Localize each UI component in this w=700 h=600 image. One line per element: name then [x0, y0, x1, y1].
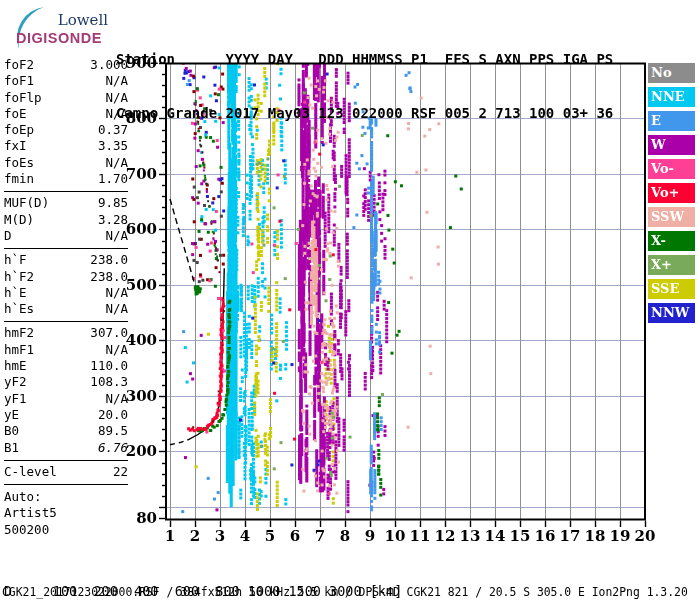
param-value: 238.0 — [90, 269, 128, 285]
legend-item-no-val: No Val — [648, 63, 695, 83]
param-divider — [4, 321, 128, 322]
digisonde-logo: Lowell DIGISONDE — [4, 5, 112, 51]
param-row-B1: B16.76 — [4, 440, 128, 456]
param-row-yE: yE20.0 — [4, 407, 128, 423]
param-value: 9.85 — [98, 195, 128, 211]
param-value: N/A — [105, 90, 128, 106]
autoscaling-info: Auto:Artist5500200 — [4, 489, 128, 538]
station-header: Station YYYY DAY DDD HHMMSS P1 FFS S AXN… — [116, 14, 613, 140]
param-row-fmin: fmin1.70 — [4, 171, 128, 187]
param-label: C-level — [4, 464, 57, 480]
param-value: N/A — [105, 73, 128, 89]
param-label: fmin — [4, 171, 34, 187]
param-value: 20.0 — [98, 407, 128, 423]
legend-item-nnw: NNW — [648, 303, 695, 323]
param-label: h`F — [4, 252, 27, 268]
param-label: yF2 — [4, 374, 27, 390]
param-row-yF1: yF1N/A — [4, 391, 128, 407]
param-label: foFlp — [4, 90, 42, 106]
param-value: 307.0 — [90, 325, 128, 341]
ionogram-page: { "logo": { "lowell": "Lowell", "digison… — [0, 0, 700, 600]
legend-item-x-minus: X- — [648, 231, 695, 251]
param-value: N/A — [105, 391, 128, 407]
autoscaling-line: Artist5 — [4, 505, 128, 521]
param-row-foF1: foF1N/A — [4, 73, 128, 89]
param-label: hmF2 — [4, 325, 34, 341]
param-value: N/A — [105, 155, 128, 171]
legend-item-nne: NNE — [648, 87, 695, 107]
param-label: hmF1 — [4, 342, 34, 358]
param-row-hF: h`F238.0 — [4, 252, 128, 268]
legend-item-sse: SSE — [648, 279, 695, 299]
param-label: yE — [4, 407, 19, 423]
param-row-hE: h`EN/A — [4, 285, 128, 301]
param-label: foE — [4, 106, 27, 122]
param-label: foEp — [4, 122, 34, 138]
param-value: N/A — [105, 342, 128, 358]
param-label: B0 — [4, 423, 19, 439]
param-divider — [4, 460, 128, 461]
param-row-MD: M(D)3.28 — [4, 212, 128, 228]
logo-digisonde-text: DIGISONDE — [16, 30, 102, 46]
param-row-B0: B089.5 — [4, 423, 128, 439]
param-label: h`E — [4, 285, 27, 301]
param-value: 89.5 — [98, 423, 128, 439]
param-value: N/A — [105, 106, 128, 122]
param-value: N/A — [105, 228, 128, 244]
param-row-foFlp: foFlpN/A — [4, 90, 128, 106]
autoscaling-line: 500200 — [4, 522, 128, 538]
param-row-fxI: fxI3.35 — [4, 138, 128, 154]
param-label: M(D) — [4, 212, 34, 228]
footer-info: CGK21_2017123022000.RSF / 384fx512h 50 k… — [2, 585, 688, 599]
param-row-Clevel: C-level22 — [4, 464, 128, 480]
param-value: N/A — [105, 285, 128, 301]
parameter-panel: foF23.000foF1N/AfoFlpN/AfoEN/AfoEp0.37fx… — [4, 57, 128, 538]
param-value: 22 — [113, 464, 128, 480]
param-divider — [4, 191, 128, 192]
param-value: 6.76 — [98, 440, 128, 456]
legend-item-vo-plus: Vo+ — [648, 183, 695, 203]
param-label: fxI — [4, 138, 27, 154]
param-value: 110.0 — [90, 358, 128, 374]
param-label: MUF(D) — [4, 195, 49, 211]
param-label: h`Es — [4, 301, 34, 317]
param-label: D — [4, 228, 12, 244]
param-value: 3.28 — [98, 212, 128, 228]
param-row-hmE: hmE110.0 — [4, 358, 128, 374]
param-divider — [4, 248, 128, 249]
param-value: 1.70 — [98, 171, 128, 187]
header-row-values: Campo Grande 2017 May03 123 022000 RSF 0… — [116, 104, 613, 122]
param-row-hEs: h`EsN/A — [4, 301, 128, 317]
param-row-yF2: yF2108.3 — [4, 374, 128, 390]
param-row-D: DN/A — [4, 228, 128, 244]
param-row-MUFD: MUF(D)9.85 — [4, 195, 128, 211]
param-divider — [4, 484, 128, 485]
param-row-foF2: foF23.000 — [4, 57, 128, 73]
param-row-foEp: foEp0.37 — [4, 122, 128, 138]
param-value: 3.000 — [90, 57, 128, 73]
param-row-foEs: foEsN/A — [4, 155, 128, 171]
autoscaling-line: Auto: — [4, 489, 128, 505]
param-value: 3.35 — [98, 138, 128, 154]
param-value: 0.37 — [98, 122, 128, 138]
param-value: N/A — [105, 301, 128, 317]
param-row-foE: foEN/A — [4, 106, 128, 122]
legend-item-e: E — [648, 111, 695, 131]
param-label: B1 — [4, 440, 19, 456]
param-label: foF2 — [4, 57, 34, 73]
legend-item-ssw: SSW — [648, 207, 695, 227]
param-row-hF2: h`F2238.0 — [4, 269, 128, 285]
legend-item-x-plus: X+ — [648, 255, 695, 275]
param-label: yF1 — [4, 391, 27, 407]
legend-item-vo-minus: Vo- — [648, 159, 695, 179]
param-value: 238.0 — [90, 252, 128, 268]
param-value: 108.3 — [90, 374, 128, 390]
logo-lowell-text: Lowell — [58, 11, 109, 29]
param-row-hmF2: hmF2307.0 — [4, 325, 128, 341]
echo-direction-legend: No ValNNEEWVo-Vo+SSWX-X+SSENNW — [648, 63, 695, 327]
param-label: foF1 — [4, 73, 34, 89]
legend-item-w: W — [648, 135, 695, 155]
param-row-hmF1: hmF1N/A — [4, 342, 128, 358]
param-label: h`F2 — [4, 269, 34, 285]
param-label: foEs — [4, 155, 34, 171]
